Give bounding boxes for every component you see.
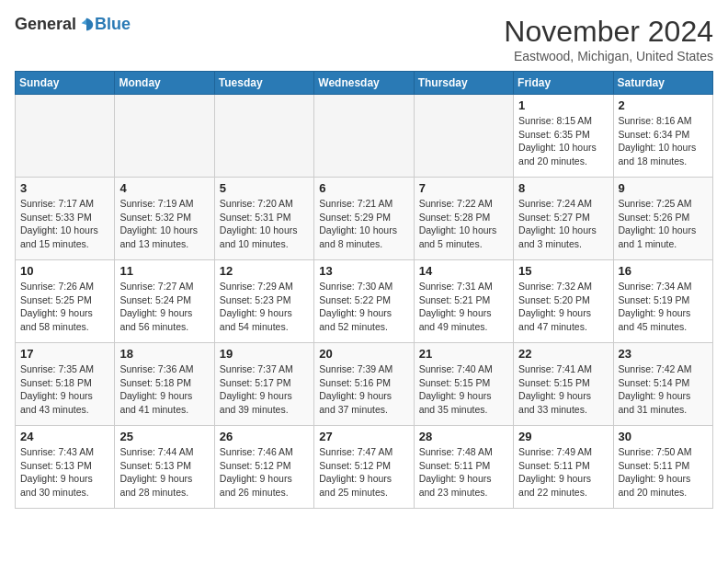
day-number: 3 (20, 181, 109, 195)
day-number: 21 (419, 347, 508, 361)
day-detail: Sunrise: 8:16 AM Sunset: 6:34 PM Dayligh… (619, 114, 708, 168)
day-number: 17 (20, 347, 109, 361)
calendar-cell: 29Sunrise: 7:49 AM Sunset: 5:11 PM Dayli… (514, 426, 613, 509)
calendar-cell (214, 95, 313, 178)
day-detail: Sunrise: 7:43 AM Sunset: 5:13 PM Dayligh… (20, 445, 109, 500)
calendar-week-row: 1Sunrise: 8:15 AM Sunset: 6:35 PM Daylig… (16, 95, 713, 178)
calendar-cell: 2Sunrise: 8:16 AM Sunset: 6:34 PM Daylig… (613, 95, 712, 178)
calendar-cell (115, 95, 214, 178)
day-number: 1 (518, 98, 608, 112)
day-detail: Sunrise: 7:37 AM Sunset: 5:17 PM Dayligh… (220, 362, 309, 417)
calendar-cell: 25Sunrise: 7:44 AM Sunset: 5:13 PM Dayli… (115, 426, 214, 509)
calendar-cell: 20Sunrise: 7:39 AM Sunset: 5:16 PM Dayli… (314, 343, 414, 426)
day-number: 16 (619, 264, 708, 278)
day-detail: Sunrise: 7:24 AM Sunset: 5:27 PM Dayligh… (518, 197, 608, 251)
weekday-header-tuesday: Tuesday (214, 72, 313, 95)
day-detail: Sunrise: 7:35 AM Sunset: 5:18 PM Dayligh… (20, 362, 109, 417)
day-number: 22 (518, 347, 608, 361)
weekday-header-sunday: Sunday (16, 72, 115, 95)
logo-blue-text: Blue (95, 15, 131, 34)
calendar-cell (314, 95, 414, 178)
calendar-cell: 11Sunrise: 7:27 AM Sunset: 5:24 PM Dayli… (115, 260, 214, 343)
location-text: Eastwood, Michigan, United States (504, 49, 713, 63)
calendar-cell: 3Sunrise: 7:17 AM Sunset: 5:33 PM Daylig… (16, 178, 115, 260)
calendar-cell: 14Sunrise: 7:31 AM Sunset: 5:21 PM Dayli… (414, 260, 513, 343)
calendar-cell: 23Sunrise: 7:42 AM Sunset: 5:14 PM Dayli… (613, 343, 712, 426)
calendar-cell: 13Sunrise: 7:30 AM Sunset: 5:22 PM Dayli… (314, 260, 414, 343)
calendar-cell: 26Sunrise: 7:46 AM Sunset: 5:12 PM Dayli… (214, 426, 313, 509)
day-number: 25 (119, 430, 209, 443)
calendar-cell: 16Sunrise: 7:34 AM Sunset: 5:19 PM Dayli… (613, 260, 712, 343)
weekday-header-saturday: Saturday (613, 72, 712, 95)
day-detail: Sunrise: 7:21 AM Sunset: 5:29 PM Dayligh… (319, 197, 408, 251)
calendar-cell: 27Sunrise: 7:47 AM Sunset: 5:12 PM Dayli… (314, 426, 414, 509)
calendar-cell: 7Sunrise: 7:22 AM Sunset: 5:28 PM Daylig… (414, 178, 513, 260)
day-detail: Sunrise: 7:17 AM Sunset: 5:33 PM Dayligh… (20, 197, 109, 251)
logo-bird-icon (78, 17, 95, 33)
day-detail: Sunrise: 8:15 AM Sunset: 6:35 PM Dayligh… (518, 114, 608, 168)
calendar-cell: 28Sunrise: 7:48 AM Sunset: 5:11 PM Dayli… (414, 426, 513, 509)
calendar-cell: 12Sunrise: 7:29 AM Sunset: 5:23 PM Dayli… (214, 260, 313, 343)
day-detail: Sunrise: 7:50 AM Sunset: 5:11 PM Dayligh… (619, 445, 708, 500)
day-number: 28 (419, 430, 508, 443)
day-detail: Sunrise: 7:39 AM Sunset: 5:16 PM Dayligh… (319, 362, 408, 417)
day-number: 30 (619, 430, 708, 443)
logo-general-text: General (15, 15, 76, 34)
calendar-cell: 4Sunrise: 7:19 AM Sunset: 5:32 PM Daylig… (115, 178, 214, 260)
day-detail: Sunrise: 7:22 AM Sunset: 5:28 PM Dayligh… (419, 197, 508, 251)
calendar-cell: 24Sunrise: 7:43 AM Sunset: 5:13 PM Dayli… (16, 426, 115, 509)
calendar-cell: 5Sunrise: 7:20 AM Sunset: 5:31 PM Daylig… (214, 178, 313, 260)
calendar-cell: 10Sunrise: 7:26 AM Sunset: 5:25 PM Dayli… (16, 260, 115, 343)
day-detail: Sunrise: 7:30 AM Sunset: 5:22 PM Dayligh… (319, 280, 408, 334)
calendar-cell: 30Sunrise: 7:50 AM Sunset: 5:11 PM Dayli… (613, 426, 712, 509)
calendar-table: SundayMondayTuesdayWednesdayThursdayFrid… (15, 71, 713, 509)
calendar-cell: 22Sunrise: 7:41 AM Sunset: 5:15 PM Dayli… (514, 343, 613, 426)
calendar-cell: 21Sunrise: 7:40 AM Sunset: 5:15 PM Dayli… (414, 343, 513, 426)
day-detail: Sunrise: 7:32 AM Sunset: 5:20 PM Dayligh… (518, 280, 608, 334)
day-detail: Sunrise: 7:34 AM Sunset: 5:19 PM Dayligh… (619, 280, 708, 334)
day-detail: Sunrise: 7:49 AM Sunset: 5:11 PM Dayligh… (518, 445, 608, 500)
day-detail: Sunrise: 7:19 AM Sunset: 5:32 PM Dayligh… (119, 197, 209, 251)
day-number: 29 (518, 430, 608, 443)
day-detail: Sunrise: 7:31 AM Sunset: 5:21 PM Dayligh… (419, 280, 508, 334)
day-detail: Sunrise: 7:36 AM Sunset: 5:18 PM Dayligh… (119, 362, 209, 417)
day-number: 11 (119, 264, 209, 278)
day-number: 27 (319, 430, 408, 443)
calendar-cell: 9Sunrise: 7:25 AM Sunset: 5:26 PM Daylig… (613, 178, 712, 260)
day-number: 26 (220, 430, 309, 443)
weekday-header-row: SundayMondayTuesdayWednesdayThursdayFrid… (16, 72, 713, 95)
day-detail: Sunrise: 7:29 AM Sunset: 5:23 PM Dayligh… (220, 280, 309, 334)
calendar-cell: 8Sunrise: 7:24 AM Sunset: 5:27 PM Daylig… (514, 178, 613, 260)
calendar-cell: 15Sunrise: 7:32 AM Sunset: 5:20 PM Dayli… (514, 260, 613, 343)
day-number: 19 (220, 347, 309, 361)
day-detail: Sunrise: 7:44 AM Sunset: 5:13 PM Dayligh… (119, 445, 209, 500)
day-detail: Sunrise: 7:26 AM Sunset: 5:25 PM Dayligh… (20, 280, 109, 334)
month-title: November 2024 (504, 15, 713, 49)
calendar-cell: 18Sunrise: 7:36 AM Sunset: 5:18 PM Dayli… (115, 343, 214, 426)
day-number: 8 (518, 181, 608, 195)
day-number: 5 (220, 181, 309, 195)
day-detail: Sunrise: 7:40 AM Sunset: 5:15 PM Dayligh… (419, 362, 508, 417)
day-detail: Sunrise: 7:27 AM Sunset: 5:24 PM Dayligh… (119, 280, 209, 334)
day-number: 13 (319, 264, 408, 278)
day-number: 20 (319, 347, 408, 361)
weekday-header-thursday: Thursday (414, 72, 513, 95)
calendar-cell: 1Sunrise: 8:15 AM Sunset: 6:35 PM Daylig… (514, 95, 613, 178)
day-detail: Sunrise: 7:41 AM Sunset: 5:15 PM Dayligh… (518, 362, 608, 417)
weekday-header-monday: Monday (115, 72, 214, 95)
day-number: 2 (619, 98, 708, 112)
day-number: 12 (220, 264, 309, 278)
calendar-cell: 6Sunrise: 7:21 AM Sunset: 5:29 PM Daylig… (314, 178, 414, 260)
day-number: 18 (119, 347, 209, 361)
day-number: 9 (619, 181, 708, 195)
day-number: 6 (319, 181, 408, 195)
day-number: 15 (518, 264, 608, 278)
day-detail: Sunrise: 7:47 AM Sunset: 5:12 PM Dayligh… (319, 445, 408, 500)
title-block: November 2024 Eastwood, Michigan, United… (504, 15, 713, 63)
weekday-header-wednesday: Wednesday (314, 72, 414, 95)
day-number: 4 (119, 181, 209, 195)
day-number: 14 (419, 264, 508, 278)
day-number: 7 (419, 181, 508, 195)
calendar-cell (414, 95, 513, 178)
page-header: General Blue November 2024 Eastwood, Mic… (15, 15, 713, 63)
